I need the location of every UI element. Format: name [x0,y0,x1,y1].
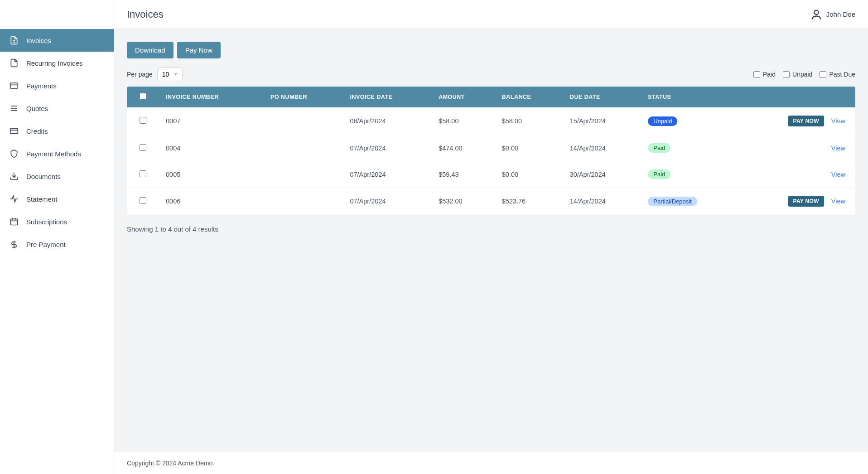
calendar-icon [9,217,19,227]
filter-label: Unpaid [792,71,812,78]
filter-label: Past Due [829,71,855,78]
cell-amount: $474.00 [431,135,495,161]
content: Download Pay Now Per page 10 PaidUnpaidP… [114,29,868,452]
credit-card-icon [9,81,19,91]
svg-rect-10 [11,219,18,225]
view-link[interactable]: View [831,171,845,178]
toolbar: Download Pay Now [127,42,855,58]
filter-unpaid[interactable]: Unpaid [783,71,812,78]
download-button[interactable]: Download [127,42,174,58]
footer: Copyright © 2024 Acme Demo. [114,452,868,474]
svg-rect-7 [10,128,18,134]
sidebar-item-statement[interactable]: Statement [0,188,114,210]
cell-actions: View [740,161,855,188]
cell-invoice-number: 0004 [159,135,263,161]
row-checkbox[interactable] [140,117,146,124]
footer-text: Copyright © 2024 Acme Demo. [127,459,214,467]
paynow-button[interactable]: Pay Now [177,42,221,58]
col-status[interactable]: STATUS [641,87,739,107]
cell-invoice-date: 07/Apr/2024 [342,188,431,215]
main-panel: Invoices John Doe Download Pay Now Per p… [114,0,868,474]
view-link[interactable]: View [831,198,845,205]
cell-amount: $59.43 [431,161,495,188]
controls-row: Per page 10 PaidUnpaidPast Due [127,68,855,81]
cell-amount: $58.00 [431,107,495,135]
cell-actions: PAY NOWView [740,107,855,135]
cell-invoice-date: 07/Apr/2024 [342,135,431,161]
view-link[interactable]: View [831,145,845,152]
paynow-row-button[interactable]: PAY NOW [788,116,824,126]
sidebar-item-label: Invoices [26,37,51,44]
sidebar: InvoicesRecurring InvoicesPaymentsQuotes… [0,0,114,474]
user-menu[interactable]: John Doe [810,8,855,21]
sidebar-item-quotes[interactable]: Quotes [0,97,114,120]
sidebar-item-recurring-invoices[interactable]: Recurring Invoices [0,52,114,74]
cell-po-number [263,135,342,161]
cell-balance: $0.00 [495,135,563,161]
sidebar-item-documents[interactable]: Documents [0,165,114,188]
col-invoice-date[interactable]: INVOICE DATE [342,87,431,107]
sidebar-item-label: Credits [26,127,48,135]
filter-past-due[interactable]: Past Due [820,71,855,78]
shield-icon [9,149,19,159]
sidebar-item-label: Statement [26,195,57,203]
sidebar-item-payments[interactable]: Payments [0,74,114,97]
sidebar-item-label: Payments [26,82,57,90]
cell-actions: View [740,135,855,161]
sidebar-logo-spacer [0,0,114,29]
row-checkbox[interactable] [140,170,146,177]
sidebar-item-label: Documents [26,173,61,180]
cell-due-date: 14/Apr/2024 [563,188,641,215]
view-link[interactable]: View [831,117,845,125]
sidebar-item-invoices[interactable]: Invoices [0,29,114,52]
cell-status: Paid [641,135,739,161]
filter-paid[interactable]: Paid [753,71,776,78]
col-amount[interactable]: AMOUNT [431,87,495,107]
sidebar-item-pre-payment[interactable]: Pre Payment [0,233,114,256]
table-head: INVOICE NUMBER PO NUMBER INVOICE DATE AM… [127,87,855,107]
filter-checkbox[interactable] [820,71,826,78]
cell-balance: $58.00 [495,107,563,135]
col-balance[interactable]: BALANCE [495,87,563,107]
col-actions [740,87,855,107]
row-checkbox[interactable] [140,144,146,151]
sidebar-item-label: Payment Methods [26,150,81,158]
row-checkbox[interactable] [140,197,146,204]
cell-due-date: 14/Apr/2024 [563,135,641,161]
col-due-date[interactable]: DUE DATE [563,87,641,107]
table-body: 000708/Apr/2024$58.00$58.0015/Apr/2024Un… [127,107,855,215]
status-filters: PaidUnpaidPast Due [753,71,855,78]
status-badge: Paid [648,169,670,179]
sidebar-item-payment-methods[interactable]: Payment Methods [0,142,114,165]
sidebar-item-label: Subscriptions [26,218,67,226]
sidebar-item-subscriptions[interactable]: Subscriptions [0,210,114,233]
cell-checkbox [127,188,159,215]
invoices-table: INVOICE NUMBER PO NUMBER INVOICE DATE AM… [127,87,855,215]
paynow-row-button[interactable]: PAY NOW [788,196,824,207]
table-row: 000407/Apr/2024$474.00$0.0014/Apr/2024Pa… [127,135,855,161]
table-row: 000507/Apr/2024$59.43$0.0030/Apr/2024Pai… [127,161,855,188]
per-page-select[interactable]: 10 [157,68,183,81]
filter-checkbox[interactable] [753,71,760,78]
cell-due-date: 30/Apr/2024 [563,161,641,188]
svg-point-15 [814,10,818,14]
cell-po-number [263,107,342,135]
per-page-label: Per page [127,71,153,78]
cell-invoice-date: 08/Apr/2024 [342,107,431,135]
filter-checkbox[interactable] [783,71,790,78]
invoices-table-container: INVOICE NUMBER PO NUMBER INVOICE DATE AM… [127,87,855,215]
select-all-checkbox[interactable] [140,93,146,100]
filter-label: Paid [763,71,776,78]
sidebar-item-credits[interactable]: Credits [0,120,114,142]
cell-status: Partial/Deposit [641,188,739,215]
cell-checkbox [127,161,159,188]
col-invoice-number[interactable]: INVOICE NUMBER [159,87,263,107]
cell-balance: $523.76 [495,188,563,215]
dollar-icon [9,239,19,249]
cell-actions: PAY NOWView [740,188,855,215]
col-po-number[interactable]: PO NUMBER [263,87,342,107]
cell-balance: $0.00 [495,161,563,188]
sidebar-item-label: Recurring Invoices [26,59,82,67]
cell-invoice-number: 0007 [159,107,263,135]
cell-checkbox [127,107,159,135]
